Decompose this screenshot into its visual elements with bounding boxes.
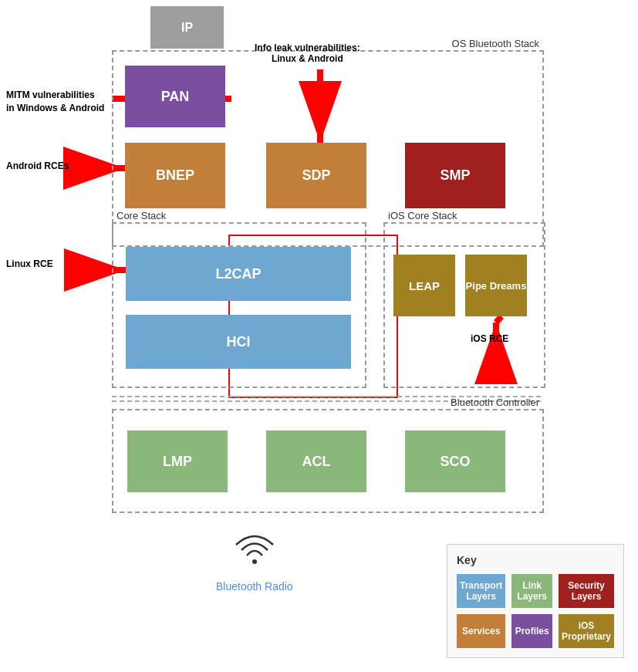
key-item-link-layers: Link Layers — [511, 574, 552, 608]
block-bnep: BNEP — [125, 143, 225, 208]
core-stack-label: Core Stack — [116, 210, 166, 221]
key-item-transport-layers: Transport Layers — [457, 574, 505, 608]
label-android-rce: Android RCEs — [6, 160, 69, 171]
block-leap: LEAP — [393, 255, 455, 316]
bluetooth-icon — [231, 529, 278, 576]
svg-point-10 — [252, 559, 257, 564]
os-bt-stack-label: OS Bluetooth Stack — [452, 38, 539, 49]
key-item-ios-proprietary: iOS Proprietary — [559, 614, 614, 648]
ios-core-stack-label: iOS Core Stack — [388, 210, 457, 221]
block-hci: HCI — [126, 315, 351, 369]
key-item-profiles: Profiles — [511, 614, 552, 648]
key-item-services: Services — [457, 614, 505, 648]
bluetooth-radio-area: Bluetooth Radio — [216, 529, 293, 593]
bt-controller-label: Bluetooth Controller — [451, 397, 539, 408]
key-box: Key Transport LayersLink LayersSecurity … — [447, 544, 624, 658]
label-info-leak: Info leak vulnerabilities:Linux & Androi… — [255, 42, 360, 64]
block-pan: PAN — [125, 66, 225, 127]
block-acl: ACL — [266, 431, 366, 492]
block-sco: SCO — [405, 431, 505, 492]
label-linux-rce: Linux RCE — [6, 258, 53, 269]
key-title: Key — [457, 554, 614, 566]
block-smp: SMP — [405, 143, 505, 208]
key-item-security-layers: Security Layers — [559, 574, 614, 608]
block-l2cap: L2CAP — [126, 247, 351, 301]
block-ip: IP — [150, 6, 224, 49]
label-ios-rce: iOS RCE — [471, 333, 508, 344]
bt-radio-label: Bluetooth Radio — [216, 580, 293, 593]
key-grid: Transport LayersLink LayersSecurity Laye… — [457, 574, 614, 648]
block-sdp: SDP — [266, 143, 366, 208]
diagram-container: IP OS Bluetooth Stack PAN BNEP SDP SMP C… — [0, 0, 638, 672]
block-pipe-dreams: Pipe Dreams — [465, 255, 527, 316]
block-lmp: LMP — [127, 431, 228, 492]
label-mitm: MITM vulnerabilitiesin Windows & Android — [6, 89, 104, 115]
